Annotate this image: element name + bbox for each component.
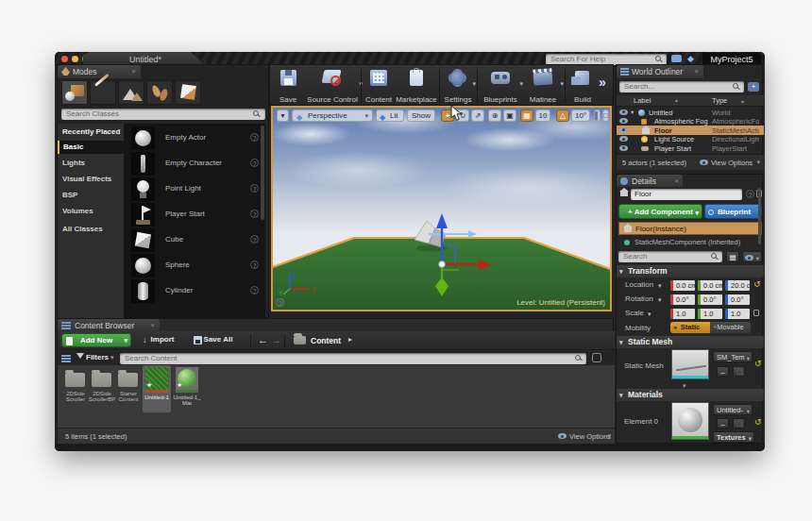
marketplace-button[interactable]: Marketplace [396, 67, 437, 105]
mode-place-button[interactable] [61, 80, 88, 105]
visibility-eye-icon[interactable] [619, 136, 628, 142]
class-item-cylinder[interactable]: Cylinder ? [124, 278, 265, 304]
lit-button[interactable]: ◆ Lit [376, 109, 404, 122]
material-thumbnail[interactable] [671, 402, 709, 440]
grid-snap-toggle[interactable]: ▦ [520, 109, 533, 122]
location-x-field[interactable]: 0.0 cm [670, 280, 695, 291]
forward-button[interactable]: → [271, 333, 281, 346]
outliner-filter-icon[interactable]: + [748, 82, 759, 92]
mode-geometry-button[interactable] [175, 80, 201, 105]
outliner-row-player-start[interactable]: Player Start PlayerStart [617, 143, 764, 153]
category-visual-effects[interactable]: Visual Effects [62, 175, 111, 183]
class-list-scrollbar[interactable] [261, 126, 264, 220]
textures-dropdown[interactable]: Textures ▾ [713, 431, 754, 443]
help-icon[interactable]: ? [746, 190, 754, 198]
category-bsp[interactable]: BSP [62, 191, 77, 199]
scale-y-field[interactable]: 1.0 [698, 309, 722, 319]
add-new-button[interactable]: Add New ▾ [61, 333, 131, 347]
chevron-down-icon[interactable]: ▾ [658, 280, 662, 291]
reset-location-icon[interactable]: ↺ [753, 279, 761, 289]
browse-to-asset-button[interactable] [733, 418, 745, 429]
rotation-snap-value-button[interactable]: 10° [571, 109, 590, 122]
reset-material-icon[interactable]: ↺ [754, 417, 762, 427]
static-mesh-asset-dropdown[interactable]: SM_Tem ▾ [713, 351, 753, 362]
details-tab[interactable]: Details × [617, 175, 683, 187]
matinee-button[interactable]: Matinee ▾ [524, 67, 562, 105]
back-button[interactable]: ← [258, 333, 268, 346]
help-icon[interactable]: ? [250, 286, 259, 294]
gizmo-origin[interactable] [439, 261, 446, 268]
static-mesh-section-header[interactable]: ▾ Static Mesh [617, 336, 764, 348]
use-selected-asset-button[interactable]: ← [717, 366, 729, 377]
search-content-input[interactable]: Search Content [120, 353, 586, 364]
perspective-button[interactable]: ◆ Perspective ▾ [292, 109, 373, 122]
location-y-field[interactable]: 0.0 cm [698, 280, 722, 291]
use-selected-asset-button[interactable]: ← [717, 418, 729, 429]
class-item-point-light[interactable]: Point Light ? [124, 176, 265, 202]
transform-section-header[interactable]: ▾ Transform [617, 265, 764, 277]
close-icon[interactable]: × [150, 319, 155, 331]
outliner-row-floor-selected[interactable]: Floor StaticMeshActor [617, 126, 764, 135]
location-z-field[interactable]: 20.0 cm [725, 280, 750, 291]
help-icon[interactable]: ? [250, 260, 259, 269]
category-recently-placed[interactable]: Recently Placed [62, 127, 123, 139]
category-volumes[interactable]: Volumes [62, 207, 93, 215]
asset-untitled-1-mat[interactable]: ★ Untitled-1_ Mat [173, 365, 201, 412]
chevron-down-icon[interactable]: ▾ [560, 78, 564, 89]
static-mesh-thumbnail[interactable] [671, 349, 709, 379]
class-item-empty-character[interactable]: Empty Character ? [124, 151, 265, 176]
mode-landscape-button[interactable] [118, 80, 144, 105]
grid-snap-value-button[interactable]: 10 [535, 109, 550, 122]
breadcrumb-arrow-icon[interactable]: ▸ [348, 335, 352, 344]
rotation-z-field[interactable]: 0.0° [725, 294, 750, 305]
scale-z-field[interactable]: 1.0 [725, 309, 750, 319]
blueprints-button[interactable]: Blueprints ▾ [480, 67, 521, 105]
world-outliner-tab[interactable]: World Outliner × [617, 65, 703, 78]
rotation-snap-toggle[interactable]: △ [556, 109, 569, 122]
chevron-down-icon[interactable]: ▾ [658, 294, 662, 305]
minimize-window-button[interactable] [72, 56, 78, 62]
details-display-filter-button[interactable]: ▾ [742, 251, 762, 262]
search-classes-input[interactable]: Search Classes [61, 109, 265, 120]
category-all-classes[interactable]: All Classes [62, 225, 103, 233]
type-column-header[interactable]: Type [712, 96, 727, 105]
chevron-down-icon[interactable]: ▾ [472, 78, 476, 89]
rotation-y-field[interactable]: 0.0° [698, 294, 722, 305]
build-button[interactable]: Build [567, 67, 598, 105]
chevron-down-icon[interactable]: ▾ [648, 309, 651, 319]
toolbar-overflow-button[interactable]: » [599, 75, 606, 90]
help-icon[interactable]: ? [250, 159, 259, 167]
material-asset-dropdown[interactable]: Untitled- ▾ [713, 404, 753, 415]
details-search-input[interactable]: Search [618, 251, 722, 262]
source-control-button[interactable]: Source Control ▾ [306, 67, 359, 105]
content-view-options-button[interactable]: View Options [569, 432, 611, 441]
asset-folder-starter-content[interactable]: Starter Content [116, 367, 141, 409]
save-all-button[interactable]: Save All [192, 333, 245, 347]
close-icon[interactable]: × [131, 65, 136, 78]
save-button[interactable]: Save [273, 67, 303, 105]
asset-folder-2dside-scroller[interactable]: 2DSide Scroller [63, 367, 88, 409]
expand-icon[interactable]: ▾ [631, 109, 634, 116]
close-icon[interactable]: × [694, 65, 699, 78]
camera-speed-button[interactable]: ▌ [594, 109, 601, 122]
asset-untitled-1-selected[interactable]: ★ Untitled-1 [143, 365, 171, 412]
outliner-row-atmospheric-fog[interactable]: Atmospheric Fog AtmosphericFog [617, 117, 764, 126]
visibility-eye-icon[interactable] [619, 127, 628, 133]
help-icon[interactable]: ? [250, 210, 259, 218]
mode-paint-button[interactable] [90, 80, 116, 105]
chevron-down-icon[interactable]: ▾ [519, 78, 523, 89]
outliner-row-untitled[interactable]: ▾ Untitled World [617, 108, 764, 117]
details-grid-button[interactable]: ▦ [726, 251, 739, 262]
visibility-eye-icon[interactable] [619, 118, 628, 124]
settings-button[interactable]: Settings ▾ [442, 67, 474, 105]
component-row-floor-instance[interactable]: Floor(Instance) [618, 222, 762, 235]
scale-tool-button[interactable]: ⇗ [471, 109, 484, 122]
help-icon[interactable]: ? [250, 133, 259, 142]
mobility-static-option[interactable]: ● Static [670, 322, 710, 333]
content-button[interactable]: Content [364, 67, 394, 105]
close-window-button[interactable] [61, 56, 68, 62]
level-viewport[interactable]: Z X Y ▾ ◆ Perspective ▾ ◆ Lit Show + ↻ ⇗… [271, 106, 612, 311]
content-browser-tab[interactable]: Content Browser × [58, 319, 160, 331]
add-component-button[interactable]: + Add Component ▾ [618, 204, 702, 219]
feedback-bubble-icon[interactable] [671, 55, 682, 62]
